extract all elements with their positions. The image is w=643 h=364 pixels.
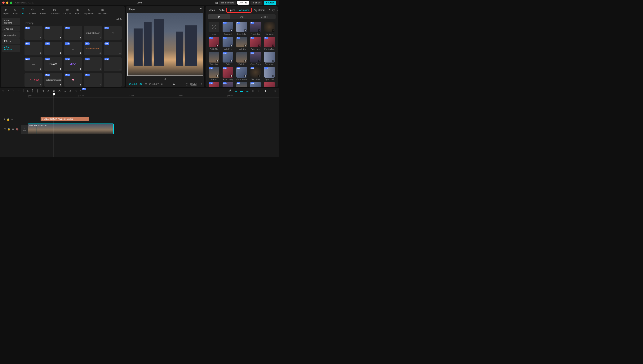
template-card-14[interactable]: Pro⬇ — [104, 57, 122, 71]
download-icon[interactable]: ⬇ — [60, 52, 62, 55]
sidebar-add-text[interactable]: Add text — [2, 26, 20, 32]
zoom-slider[interactable] — [263, 90, 271, 91]
download-icon[interactable]: ⬇ — [230, 75, 233, 77]
template-card-0[interactable]: Pro⬇ — [25, 26, 43, 40]
mic-icon[interactable]: 🎤 — [228, 90, 231, 92]
timeline-ruler[interactable]: | 00:00| 00:03| 00:06| 00:09| 00:12 — [28, 94, 279, 98]
template-card-17[interactable]: Pro♥⬇ — [64, 73, 82, 87]
animation-cris-hake[interactable]: Pro⬇Cris...hake — [236, 22, 248, 35]
animation-chro-wave[interactable]: Pro⬇Chro...Wave — [236, 67, 248, 80]
download-icon[interactable]: ⬇ — [60, 83, 62, 86]
filter-all[interactable]: All — [116, 18, 119, 20]
sidebar-ai-generated[interactable]: AI generated — [2, 32, 20, 38]
animation-split[interactable]: Pro⬇Split — [222, 52, 234, 66]
download-icon[interactable]: ⬇ — [230, 44, 233, 47]
download-icon[interactable]: ⬇ — [258, 60, 260, 62]
animation-rock-cally[interactable]: Pro⬇Rock ...cally — [222, 67, 234, 80]
delete-icon[interactable]: ▢ — [42, 90, 44, 92]
download-icon[interactable]: ⬇ — [99, 52, 101, 55]
tab-adjustment[interactable]: Adjustment — [252, 8, 267, 12]
tab-text[interactable]: TText — [21, 8, 25, 14]
speed-icon[interactable]: ◔ — [58, 90, 61, 92]
animation-black-hole[interactable]: Pro⬇Black Hole — [249, 67, 262, 80]
download-icon[interactable]: ⬇ — [40, 36, 42, 39]
download-icon[interactable]: ⬇ — [272, 75, 274, 77]
template-card-7[interactable]: Pro◯⬇ — [64, 42, 82, 56]
download-icon[interactable]: ⬇ — [230, 60, 233, 62]
tab-captions[interactable]: ▭Captions — [63, 8, 71, 14]
tab-animation[interactable]: Animation — [237, 8, 251, 12]
download-icon[interactable]: ⬇ — [216, 60, 219, 62]
download-icon[interactable]: ⬇ — [258, 75, 260, 77]
animation-cubic-flip[interactable]: Pro⬇Cubic Flip — [208, 37, 220, 50]
animation-puzzled-up[interactable]: Pro⬇Puzzled up — [249, 22, 262, 35]
animation-drop-down[interactable]: ⬇Drop down — [263, 52, 275, 66]
animation-kira-magic[interactable]: ⬇Kira Magic — [263, 22, 275, 35]
eye-icon[interactable]: 👁 — [12, 128, 14, 130]
eye-icon[interactable]: 👁 — [11, 118, 14, 121]
template-card-18[interactable]: Pro⬇ — [84, 73, 102, 87]
tab-video[interactable]: Video — [207, 8, 217, 12]
download-icon[interactable]: ⬇ — [79, 36, 81, 39]
zoom-in-icon[interactable]: ⊕ — [274, 90, 276, 92]
zoom-out-icon[interactable]: ⊖ — [258, 90, 260, 92]
subtab-out[interactable]: Out — [230, 14, 253, 19]
tab-stickers[interactable]: ☆Stickers — [29, 8, 36, 14]
mirror-icon[interactable]: △ — [64, 90, 66, 92]
download-icon[interactable]: ⬇ — [119, 52, 121, 55]
close-window[interactable] — [2, 2, 5, 4]
download-icon[interactable]: ⬇ — [119, 68, 121, 70]
undo-icon[interactable]: ↶ — [12, 90, 14, 92]
lock-icon[interactable]: 🔒 — [8, 128, 10, 130]
split-icon[interactable]: ⎌ — [27, 90, 29, 92]
download-icon[interactable]: ⬇ — [79, 83, 81, 86]
animation-tesseract[interactable]: Pro⬇Tesseract — [222, 22, 234, 35]
snap-icon[interactable]: ▭ — [246, 90, 249, 92]
autocut-icon[interactable]: ✂Pro — [80, 90, 83, 92]
template-card-12[interactable]: ProAbc⬇ — [64, 57, 82, 71]
template-card-16[interactable]: Promaking memories⬇ — [44, 73, 62, 87]
download-icon[interactable]: ⬇ — [99, 83, 101, 86]
join-pro-button[interactable]: Join Pro — [237, 1, 249, 4]
marker-icon[interactable]: ◇ — [47, 90, 49, 92]
cover-button[interactable]: ✎ Cover — [21, 125, 28, 134]
animation-item-24[interactable]: ⬇ — [263, 82, 275, 87]
download-icon[interactable]: ⬇ — [60, 68, 62, 70]
download-icon[interactable]: ⬇ — [272, 30, 274, 32]
animation-lumin-flash[interactable]: Pro⬇Lumin Flash — [222, 37, 234, 50]
tab-speed[interactable]: Speed — [227, 8, 237, 12]
download-icon[interactable]: ⬇ — [60, 36, 62, 39]
list-icon[interactable]: ≡ — [161, 82, 162, 86]
download-icon[interactable]: ⬇ — [40, 83, 42, 86]
template-card-4[interactable]: Pro⬚⬇ — [104, 26, 122, 40]
animation-fade-in[interactable]: ⬇Fade In — [236, 52, 248, 66]
animation-item-22[interactable]: Pro⬇ — [236, 82, 248, 87]
link-icon[interactable]: ▬ — [240, 90, 243, 92]
tab-audio[interactable]: Audio — [217, 8, 226, 12]
video-preview[interactable] — [127, 12, 203, 76]
template-card-3[interactable]: UNEDITEDDAY⬇ — [84, 26, 102, 40]
download-icon[interactable]: ⬇ — [40, 68, 42, 70]
redo-icon[interactable]: ↷ — [18, 90, 20, 92]
align-icon[interactable]: ⊟ — [252, 90, 254, 92]
download-icon[interactable]: ⬇ — [244, 44, 247, 47]
download-icon[interactable]: ⬇ — [99, 36, 101, 39]
animation-item-23[interactable]: Pro⬇ — [249, 82, 262, 87]
crop-icon[interactable]: ⬚ — [186, 82, 188, 86]
video-clip[interactable]: 0503.mov 00:00:05:07 — [28, 124, 114, 134]
template-card-6[interactable]: Pro⬇ — [44, 42, 62, 56]
tab-filters[interactable]: ◉Filters — [75, 8, 81, 14]
tab-templates[interactable]: ▦Templates — [98, 8, 108, 14]
tab-transitions[interactable]: ⋈Transitions — [49, 8, 60, 14]
animation-folding-fan[interactable]: Pro⬇Folding Fan — [263, 37, 275, 50]
subtab-in[interactable]: In — [208, 14, 230, 19]
template-card-19[interactable]: ⬇ — [104, 73, 122, 87]
download-icon[interactable]: ⬇ — [79, 68, 81, 70]
animation-cross-open[interactable]: Pro⬇Cross Open — [249, 52, 262, 66]
text-clip[interactable]: ≡ UNEDITEDDAY / living alone vlog — [41, 116, 89, 121]
template-card-15[interactable]: TRY IT NOW!⬇ — [25, 73, 43, 87]
animation-spac-tort[interactable]: Pro⬇Spac...tort — [263, 67, 275, 80]
download-icon[interactable]: ⬇ — [99, 68, 101, 70]
animation-lumi-trix[interactable]: Pro⬇Lumi...trix — [236, 37, 248, 50]
more-tabs-icon[interactable]: » — [276, 8, 278, 12]
